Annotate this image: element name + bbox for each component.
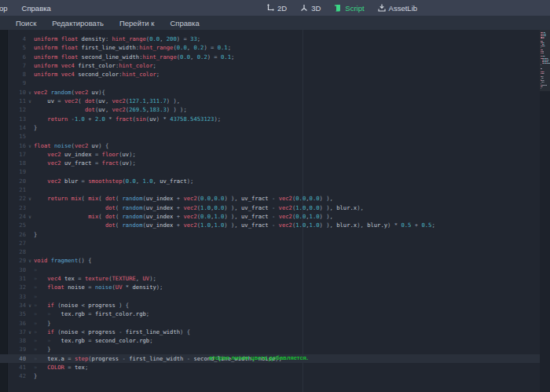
- code-line[interactable]: 6uniform float second_line_width:hint_ra…: [0, 53, 540, 61]
- code-line[interactable]: 34∨»if (noise < progress ) {: [0, 301, 540, 310]
- code-text: dot( random(uv_index + vec2(1.0,1.0) ), …: [34, 221, 540, 229]
- code-line[interactable]: 5uniform float first_line_width:hint_ran…: [0, 43, 540, 52]
- code-line[interactable]: 24∨ mix( dot( random(uv_index + vec2(0.0…: [0, 212, 540, 221]
- fold-toggle[interactable]: ∨: [26, 256, 34, 265]
- line-number: 15: [0, 132, 26, 141]
- fold-gutter: [26, 221, 34, 229]
- code-text: uniform vec4 second_color:hint_color;: [34, 70, 540, 79]
- fold-gutter: [26, 363, 34, 372]
- code-line[interactable]: 38»»tex.rgb = second_color.rgb;: [0, 336, 540, 345]
- code-line[interactable]: 27: [0, 239, 540, 247]
- line-number: 25: [0, 221, 26, 229]
- code-text: »if (noise < progress - first_line_width…: [34, 328, 540, 336]
- tutorial-annotation: вторая линия цвета добавляется.: [209, 354, 308, 362]
- code-text: »vec4 tex = texture(TEXTURE, UV);: [34, 274, 540, 283]
- code-line[interactable]: 41»COLOR = tex;: [0, 363, 540, 372]
- code-line[interactable]: 35»»tex.rgb = first_color.rgb;: [0, 310, 540, 318]
- code-line[interactable]: 30»: [0, 266, 540, 274]
- code-text: [34, 167, 540, 176]
- fold-gutter: [26, 247, 34, 256]
- code-line[interactable]: 25 dot( random(uv_index + vec2(1.0,1.0) …: [0, 221, 540, 229]
- shader-code-editor[interactable]: 4uniform float density: hint_range(0.0, …: [0, 30, 550, 392]
- 3d-icon: [300, 4, 308, 12]
- fold-gutter: [26, 319, 34, 328]
- menu-search[interactable]: Поиск: [8, 19, 44, 27]
- 2d-workspace-button[interactable]: 2D: [262, 4, 291, 13]
- code-text: »if (noise < progress ) {: [34, 301, 540, 310]
- code-text: uniform float second_line_width:hint_ran…: [34, 53, 540, 61]
- code-text: }: [34, 123, 540, 132]
- code-line[interactable]: 42}: [0, 372, 540, 380]
- fold-gutter: [26, 310, 34, 318]
- code-text: dot( random(uv_index + vec2(1.0,0.0) ), …: [34, 203, 540, 212]
- code-line[interactable]: 22∨ return mix( mix( dot( random(uv_inde…: [0, 194, 540, 203]
- code-line[interactable]: 14}: [0, 123, 540, 132]
- code-line[interactable]: 26}: [0, 230, 540, 239]
- code-line[interactable]: 33»: [0, 292, 540, 301]
- 3d-workspace-button[interactable]: 3D: [296, 4, 324, 13]
- code-line[interactable]: 31»vec4 tex = texture(TEXTURE, UV);: [0, 274, 540, 283]
- top-menu-bar: ор Справка 2D 3D Script: [0, 0, 550, 16]
- menu-editor-clipped[interactable]: ор: [0, 4, 15, 13]
- fold-toggle[interactable]: ∨: [26, 97, 34, 105]
- line-number: 6: [0, 53, 26, 61]
- code-line[interactable]: 7uniform vec4 first_color:hint_color;: [0, 61, 540, 70]
- code-line[interactable]: 37∨»if (noise < progress - first_line_wi…: [0, 328, 540, 336]
- line-number: 24: [0, 212, 26, 221]
- line-number: 32: [0, 283, 26, 291]
- code-line[interactable]: 29∨void fragment() {: [0, 256, 540, 265]
- code-line[interactable]: 4uniform float density: hint_range(0.0, …: [0, 35, 540, 43]
- code-line[interactable]: 11∨ uv = vec2( dot(uv, vec2(127.1,311.7)…: [0, 97, 540, 105]
- line-number: 37: [0, 328, 26, 336]
- code-line[interactable]: 10∨vec2 random(vec2 uv){: [0, 88, 540, 97]
- fold-gutter: [26, 266, 34, 274]
- code-line[interactable]: 16∨float noise(vec2 uv) {: [0, 141, 540, 150]
- code-line[interactable]: 15: [0, 132, 540, 141]
- code-line[interactable]: 8uniform vec4 second_color:hint_color;: [0, 70, 540, 79]
- code-text: dot(uv, vec2(269.5,183.3) ) );: [34, 105, 540, 114]
- fold-toggle[interactable]: ∨: [26, 194, 34, 203]
- line-number: 10: [0, 88, 26, 97]
- code-line[interactable]: 20 vec2 blur = smoothstep(0.0, 1.0, uv_f…: [0, 177, 540, 185]
- script-workspace-button[interactable]: Script: [330, 4, 368, 13]
- code-line[interactable]: 17 vec2 uv_index = floor(uv);: [0, 150, 540, 159]
- line-number: 36: [0, 319, 26, 328]
- script-icon: [334, 4, 342, 12]
- code-text: mix( dot( random(uv_index + vec2(0.0,1.0…: [34, 212, 540, 221]
- fold-toggle[interactable]: ∨: [26, 328, 34, 336]
- code-line[interactable]: 28: [0, 247, 540, 256]
- line-number: 13: [0, 115, 26, 123]
- code-text: »}: [34, 319, 540, 328]
- fold-toggle[interactable]: ∨: [26, 212, 34, 221]
- line-number: 8: [0, 70, 26, 79]
- code-line[interactable]: 36»}: [0, 319, 540, 328]
- code-line[interactable]: 12 dot(uv, vec2(269.5,183.3) ) );: [0, 105, 540, 114]
- code-text: [34, 239, 540, 247]
- line-number: 11: [0, 97, 26, 105]
- code-text: »: [34, 266, 540, 274]
- code-line[interactable]: 18 vec2 uv_fract = fract(uv);: [0, 159, 540, 167]
- code-line[interactable]: 9: [0, 79, 540, 87]
- fold-gutter: [26, 283, 34, 291]
- code-lines: 4uniform float density: hint_range(0.0, …: [0, 30, 540, 381]
- menu-help2[interactable]: Справка: [162, 19, 207, 27]
- code-line[interactable]: 19: [0, 167, 540, 176]
- fold-toggle[interactable]: ∨: [26, 141, 34, 150]
- assetlib-workspace-button[interactable]: AssetLib: [374, 4, 421, 13]
- code-text: uv = vec2( dot(uv, vec2(127.1,311.7) ),: [34, 97, 540, 105]
- code-line[interactable]: 32»float noise = noise(UV * density);: [0, 283, 540, 291]
- code-line[interactable]: 21: [0, 185, 540, 194]
- code-text: vec2 random(vec2 uv){: [34, 88, 540, 97]
- minimap[interactable]: [540, 30, 550, 392]
- line-number: 28: [0, 247, 26, 256]
- code-line[interactable]: 13 return -1.0 + 2.0 * fract(sin(uv) * 4…: [0, 115, 540, 123]
- fold-toggle[interactable]: ∨: [26, 88, 34, 97]
- code-text: uniform vec4 first_color:hint_color;: [34, 61, 540, 70]
- line-number: 21: [0, 185, 26, 194]
- fold-toggle[interactable]: ∨: [26, 301, 34, 310]
- menu-goto[interactable]: Перейти к: [112, 19, 162, 27]
- code-line[interactable]: 23 dot( random(uv_index + vec2(1.0,0.0) …: [0, 203, 540, 212]
- menu-help[interactable]: Справка: [15, 4, 58, 13]
- menu-edit[interactable]: Редактировать: [44, 19, 112, 27]
- code-line[interactable]: 39»}: [0, 345, 540, 354]
